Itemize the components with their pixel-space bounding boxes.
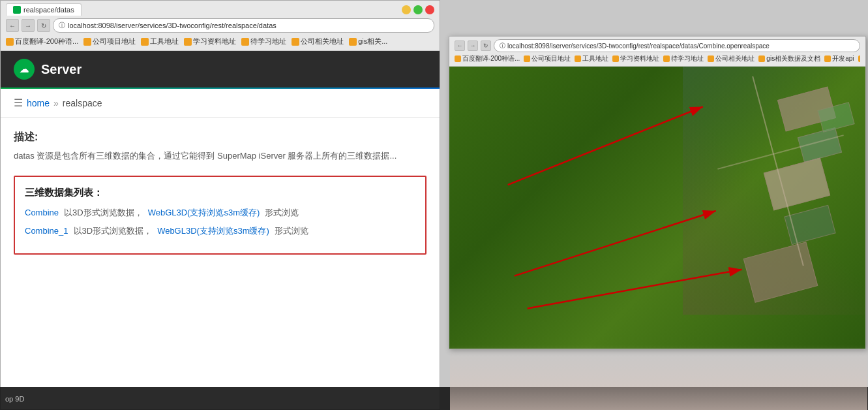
bookmark-label-4: 学习资料地址 xyxy=(193,37,236,46)
left-browser-content: ☁ Server ☰ home » realspace 描述: datas 资源… xyxy=(1,51,440,409)
dataset-item-combine: Combine 以3D形式浏览数据， WebGL3D(支持浏览s3m缓存) 形式… xyxy=(25,207,415,219)
right-lock-icon: ⓘ xyxy=(500,42,505,50)
minimize-button[interactable] xyxy=(402,5,411,14)
right-bookmark-1[interactable]: 百度翻译-200种语... xyxy=(455,54,520,63)
right-bookmark-4[interactable]: 学习资料地址 xyxy=(612,54,659,63)
bookmark-related[interactable]: 公司相关地址 xyxy=(292,37,344,46)
right-refresh-button[interactable]: ↻ xyxy=(481,40,491,51)
bookmark-label-3: 工具地址 xyxy=(150,37,179,46)
taskbar-text: op 9D xyxy=(5,395,24,403)
right-bm-label-1: 百度翻译-200种语... xyxy=(462,54,520,63)
server-logo: ☁ xyxy=(14,59,35,80)
bookmark-icon-6 xyxy=(292,38,299,46)
combine1-desc-suffix: 形式浏览 xyxy=(275,225,308,237)
bookmark-baidu[interactable]: 百度翻译-200种语... xyxy=(6,37,78,46)
right-bm-icon-6 xyxy=(708,55,714,62)
breadcrumb: ☰ home » realspace xyxy=(1,89,440,118)
bookmark-icon-5 xyxy=(241,38,249,46)
bookmark-pending[interactable]: 待学习地址 xyxy=(241,37,286,46)
bookmark-gis[interactable]: gis相关... xyxy=(349,37,387,46)
right-browser-window: ← → ↻ ⓘ localhost:8098/iserver/services/… xyxy=(449,36,866,349)
breadcrumb-separator: » xyxy=(53,98,59,108)
right-bm-label-6: 公司相关地址 xyxy=(715,54,755,63)
description-section: 描述: datas 资源是包含所有三维数据的集合，通过它能得到 SuperMap… xyxy=(14,131,427,163)
forward-button[interactable]: → xyxy=(22,19,35,32)
combine1-desc-prefix: 以3D形式浏览数据， xyxy=(74,225,153,237)
right-bm-label-2: 公司项目地址 xyxy=(531,54,571,63)
left-browser-window: realspace/datas ← → ↻ ⓘ localhost:8098/i… xyxy=(0,0,440,410)
right-back-button[interactable]: ← xyxy=(455,40,465,51)
aerial-imagery xyxy=(683,67,865,315)
combine-desc-prefix: 以3D形式浏览数据， xyxy=(64,207,143,219)
bookmark-tools[interactable]: 工具地址 xyxy=(141,37,179,46)
right-nav-bar: ← → ↻ ⓘ localhost:8098/iserver/services/… xyxy=(455,39,860,52)
right-bm-icon-2 xyxy=(524,55,530,62)
combine1-webgl-link[interactable]: WebGL3D(支持浏览s3m缓存) xyxy=(157,225,269,237)
cloud-icon: ☁ xyxy=(20,64,29,74)
tab-favicon xyxy=(13,6,21,14)
right-bookmarks-bar: 百度翻译-200种语... 公司项目地址 工具地址 学习资料地址 待学习地址 公… xyxy=(455,54,860,63)
right-bm-icon-7 xyxy=(758,55,765,62)
back-button[interactable]: ← xyxy=(6,19,19,32)
bookmark-label: 百度翻译-200种语... xyxy=(15,37,78,46)
description-text: datas 资源是包含所有三维数据的集合，通过它能得到 SuperMap iSe… xyxy=(14,150,427,163)
combine-webgl-link[interactable]: WebGL3D(支持浏览s3m缓存) xyxy=(148,207,260,219)
dataset-box-title: 三维数据集列表： xyxy=(25,187,415,199)
right-bookmark-2[interactable]: 公司项目地址 xyxy=(524,54,571,63)
right-bm-icon-9 xyxy=(858,55,860,62)
right-address-bar[interactable]: ⓘ localhost:8098/iserver/services/3D-two… xyxy=(494,39,860,52)
maximize-button[interactable] xyxy=(413,5,423,14)
bookmark-company[interactable]: 公司项目地址 xyxy=(83,37,136,46)
bookmark-label-5: 待学习地址 xyxy=(250,37,286,46)
address-text: localhost:8098/iserver/services/3D-twoco… xyxy=(68,22,277,29)
tabs-bar: realspace/datas xyxy=(6,3,434,16)
bookmark-icon xyxy=(6,38,14,46)
bookmark-label-7: gis相关... xyxy=(358,37,387,46)
right-bm-icon-3 xyxy=(575,55,581,62)
right-bookmark-5[interactable]: 待学习地址 xyxy=(663,54,704,63)
dataset-item-combine1: Combine_1 以3D形式浏览数据， WebGL3D(支持浏览s3m缓存) … xyxy=(25,225,415,237)
refresh-button[interactable]: ↻ xyxy=(37,19,50,32)
map-3d-view[interactable] xyxy=(449,67,865,349)
right-bm-label-4: 学习资料地址 xyxy=(620,54,659,63)
right-bookmark-3[interactable]: 工具地址 xyxy=(575,54,608,63)
right-bm-icon-4 xyxy=(612,55,619,62)
right-browser-chrome: ← → ↻ ⓘ localhost:8098/iserver/services/… xyxy=(449,37,865,67)
server-header: ☁ Server xyxy=(1,51,440,87)
combine-desc-suffix: 形式浏览 xyxy=(265,207,299,219)
right-bookmark-7[interactable]: gis相关数据及文档 xyxy=(758,54,820,63)
bookmark-icon-7 xyxy=(349,38,357,46)
home-link[interactable]: home xyxy=(27,98,50,108)
combine1-link[interactable]: Combine_1 xyxy=(25,226,68,236)
tab-label: realspace/datas xyxy=(23,6,74,14)
breadcrumb-current: realspace xyxy=(63,98,102,108)
server-title: Server xyxy=(41,62,82,77)
building-6 xyxy=(743,242,818,302)
description-title: 描述: xyxy=(14,131,427,144)
right-bm-icon-5 xyxy=(663,55,670,62)
right-bm-label-8: 开发api xyxy=(832,54,854,63)
right-bookmark-9[interactable]: gis数据库 xyxy=(858,54,860,63)
right-bm-label-3: 工具地址 xyxy=(582,54,608,63)
nav-bar: ← → ↻ ⓘ localhost:8098/iserver/services/… xyxy=(6,18,434,33)
right-bookmark-6[interactable]: 公司相关地址 xyxy=(708,54,755,63)
close-button[interactable] xyxy=(425,5,434,14)
window-controls xyxy=(402,5,434,14)
bookmark-icon-2 xyxy=(83,38,91,46)
right-bookmark-8[interactable]: 开发api xyxy=(824,54,854,63)
taskbar: op 9D xyxy=(0,387,868,410)
right-forward-button[interactable]: → xyxy=(468,40,478,51)
bookmark-study[interactable]: 学习资料地址 xyxy=(184,37,236,46)
right-address-text: localhost:8098/iserver/services/3D-twoco… xyxy=(507,42,770,50)
address-bar[interactable]: ⓘ localhost:8098/iserver/services/3D-two… xyxy=(53,18,434,33)
lock-icon: ⓘ xyxy=(59,21,65,30)
left-browser-chrome: realspace/datas ← → ↻ ⓘ localhost:8098/i… xyxy=(1,1,440,51)
combine-link[interactable]: Combine xyxy=(25,208,59,217)
bookmark-label-6: 公司相关地址 xyxy=(301,37,344,46)
dataset-list-box: 三维数据集列表： Combine 以3D形式浏览数据， WebGL3D(支持浏览… xyxy=(14,176,427,255)
bookmark-icon-4 xyxy=(184,38,192,46)
bookmark-icon-3 xyxy=(141,38,149,46)
right-bm-icon-1 xyxy=(455,55,461,62)
right-bm-label-5: 待学习地址 xyxy=(671,54,704,63)
active-tab[interactable]: realspace/datas xyxy=(6,3,82,16)
